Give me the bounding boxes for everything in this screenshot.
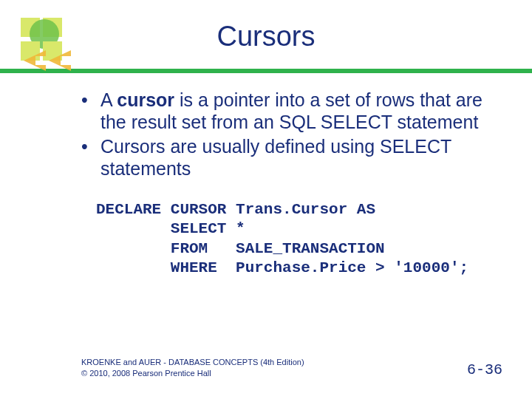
code-line: WHERE Purchase.Price > '10000'; bbox=[96, 259, 468, 276]
slide-title: Cursors bbox=[0, 0, 532, 52]
code-line: SELECT * bbox=[96, 220, 245, 237]
list-item: A cursor is a pointer into a set of rows… bbox=[81, 89, 502, 133]
code-line: FROM SALE_TRANSACTION bbox=[96, 240, 385, 257]
attribution-line: KROENKE and AUER - DATABASE CONCEPTS (4t… bbox=[81, 357, 304, 367]
slide-logo bbox=[13, 13, 80, 80]
code-block: DECLARE CURSOR Trans.Cursor AS SELECT * … bbox=[81, 200, 502, 278]
slide-footer: KROENKE and AUER - DATABASE CONCEPTS (4t… bbox=[81, 357, 502, 378]
list-item: Cursors are usually defined using SELECT… bbox=[81, 136, 502, 180]
code-line: DECLARE CURSOR Trans.Cursor AS bbox=[96, 201, 375, 218]
bold-text: cursor bbox=[117, 89, 174, 110]
attribution-line: © 2010, 2008 Pearson Prentice Hall bbox=[81, 368, 304, 378]
text: A bbox=[100, 89, 117, 110]
bullet-list: A cursor is a pointer into a set of rows… bbox=[81, 89, 502, 180]
text: Cursors are usually defined using SELECT… bbox=[100, 136, 451, 179]
attribution: KROENKE and AUER - DATABASE CONCEPTS (4t… bbox=[81, 357, 304, 378]
slide-body: A cursor is a pointer into a set of rows… bbox=[0, 73, 532, 278]
page-number: 6-36 bbox=[467, 361, 502, 378]
